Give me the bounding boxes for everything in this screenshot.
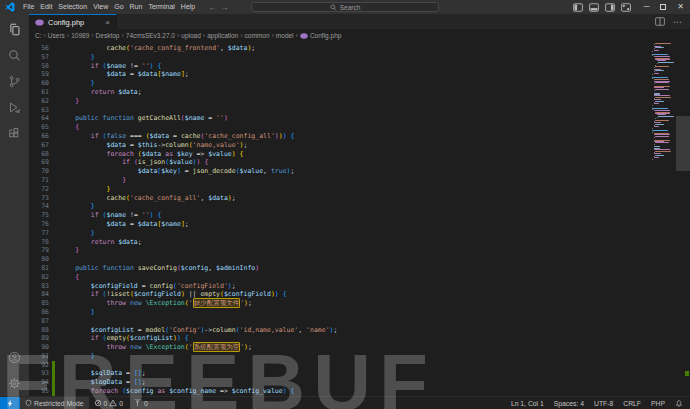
code-line[interactable]: 81 public function saveConfig($config, $… [29, 264, 656, 273]
breadcrumb-item[interactable]: common [244, 32, 271, 39]
menu-item-file[interactable]: File [20, 0, 37, 14]
code-line[interactable]: 88 $configList = model('Config')->column… [29, 326, 656, 335]
breadcrumb-item[interactable]: 74cmsSEv3.27.0 [125, 32, 176, 39]
code-line[interactable]: 56 cache('cache_config_frontend', $data)… [29, 44, 656, 53]
code-line[interactable]: 68 foreach ($data as $key => $value) { [29, 150, 656, 159]
editor-more-actions-icon[interactable]: ⋯ [673, 17, 682, 27]
code-line[interactable]: 85 throw new \Exception('缺少配置项文件'); [29, 299, 656, 308]
minimap-slider[interactable] [676, 116, 690, 171]
code-line[interactable]: 93 $sqlData = []; [29, 369, 656, 378]
code-line[interactable]: 66 if (false === ($data = cache('cache_c… [29, 132, 656, 141]
minimap-line [658, 116, 674, 117]
code-line[interactable]: 67 $data = $this->column('name,value'); [29, 141, 656, 150]
code-line[interactable]: 64 public function getCacheAll($name = '… [29, 114, 656, 123]
menu-item-go[interactable]: Go [111, 0, 126, 14]
maximize-button[interactable] [660, 4, 666, 10]
problems-button[interactable]: 0 0 [89, 397, 129, 409]
minimize-button[interactable]: ─ [644, 0, 650, 14]
ports-button[interactable]: 0 [128, 397, 153, 409]
source-control-icon[interactable] [0, 68, 29, 94]
code-editor[interactable]: 56 cache('cache_config_frontend', $data)… [29, 41, 690, 396]
nav-forward-icon[interactable]: → [220, 3, 232, 12]
menu-item-help[interactable]: Help [178, 0, 198, 14]
menu-item-terminal[interactable]: Terminal [145, 0, 177, 14]
breadcrumb-item[interactable]: Config.php [299, 32, 342, 39]
code-line[interactable]: 62 } [29, 97, 656, 106]
menu-item-view[interactable]: View [90, 0, 111, 14]
code-line[interactable]: 83 $configField = config('configField'); [29, 282, 656, 291]
code-line[interactable]: 95 foreach ($config as $config_name => $… [29, 387, 656, 396]
breadcrumb-item[interactable]: C: [34, 32, 43, 39]
code-line[interactable]: 84 if (!isset($configField) || empty($co… [29, 290, 656, 299]
menu-item-selection[interactable]: Selection [55, 0, 90, 14]
customize-layout-icon[interactable] [621, 3, 631, 12]
code-line[interactable]: 59 $data = $data[$name]; [29, 70, 656, 79]
status-ln-button[interactable]: Ln 1, Col 1 [506, 397, 549, 409]
code-line[interactable]: 57 } [29, 53, 656, 62]
status-php-button[interactable]: PHP [646, 397, 670, 409]
code-line[interactable]: 58 if ($name != '') { [29, 62, 656, 71]
code-text: } [55, 176, 127, 185]
breadcrumb-item[interactable]: model [275, 32, 295, 39]
status-utf-8-button[interactable]: UTF-8 [589, 397, 618, 409]
warnings-count: 0 [119, 400, 123, 407]
breadcrumb-item[interactable]: 10989 [70, 32, 90, 39]
code-line[interactable]: 61 return $data; [29, 88, 656, 97]
code-line[interactable]: 74 } [29, 202, 656, 211]
code-line[interactable]: 78 return $data; [29, 238, 656, 247]
code-line[interactable]: 87 [29, 317, 656, 326]
nav-back-icon[interactable]: ←→ [208, 3, 232, 12]
code-line[interactable]: 70 $data[$key] = json_decode($value, tru… [29, 167, 656, 176]
tab-config-php[interactable]: Config.php × [29, 14, 117, 29]
code-line[interactable]: 63 [29, 106, 656, 115]
code-line[interactable]: 73 cache('cache_config_all', $data); [29, 194, 656, 203]
explorer-icon[interactable] [0, 16, 29, 42]
code-line[interactable]: 60 } [29, 79, 656, 88]
code-line[interactable]: 76 $data = $data[$name]; [29, 220, 656, 229]
toggle-sidebar-icon[interactable] [573, 3, 583, 12]
code-line[interactable]: 79 } [29, 246, 656, 255]
split-editor-icon[interactable] [655, 17, 665, 26]
code-line[interactable]: 89 if (empty($configList)) { [29, 334, 656, 343]
breadcrumb-item[interactable]: application [206, 32, 239, 39]
menu-item-edit[interactable]: Edit [37, 0, 55, 14]
code-line[interactable]: 90 throw new \Exception('系统配置项为空'); [29, 343, 656, 352]
code-line[interactable]: 91 } [29, 352, 656, 361]
code-line[interactable]: 92 [29, 361, 656, 370]
minimap[interactable] [651, 43, 669, 161]
breadcrumb-item[interactable]: upload [180, 32, 202, 39]
toggle-panel-icon[interactable] [589, 3, 599, 12]
extensions-icon[interactable] [0, 120, 29, 146]
breadcrumb-item[interactable]: Users [47, 32, 66, 39]
account-icon[interactable] [0, 344, 29, 370]
code-line[interactable]: 75 if ($name != '') { [29, 211, 656, 220]
code-line[interactable]: 71 } [29, 176, 656, 185]
code-line[interactable]: 77 } [29, 229, 656, 238]
breadcrumb-item[interactable]: Desktop [95, 32, 121, 39]
tab-close-icon[interactable]: × [105, 18, 110, 27]
remote-indicator-button[interactable] [0, 397, 20, 409]
search-sidebar-icon[interactable] [0, 42, 29, 68]
search-input[interactable]: Search [251, 2, 439, 12]
code-line[interactable]: 82 { [29, 273, 656, 282]
code-line[interactable]: 86 } [29, 308, 656, 317]
menu-item-run[interactable]: Run [127, 0, 146, 14]
code-line[interactable]: 72 } [29, 185, 656, 194]
code-area[interactable]: 56 cache('cache_config_frontend', $data)… [29, 44, 656, 396]
minimap-line [655, 97, 671, 98]
code-line[interactable]: 65 { [29, 123, 656, 132]
settings-gear-icon[interactable] [0, 370, 29, 396]
notifications-bell-button[interactable] [670, 397, 690, 409]
close-window-button[interactable]: ✕ [677, 0, 684, 14]
code-text: { [55, 123, 80, 132]
code-line[interactable]: 94 $logData = []; [29, 378, 656, 387]
restricted-mode-button[interactable]: Restricted Mode [20, 397, 89, 409]
status-spaces-button[interactable]: Spaces: 4 [549, 397, 589, 409]
status-crlf-button[interactable]: CRLF [618, 397, 646, 409]
remote-icon [6, 399, 14, 408]
run-and-debug-icon[interactable] [0, 94, 29, 120]
minimap-line [652, 77, 668, 78]
toggle-secondary-sidebar-icon[interactable] [605, 3, 615, 12]
code-line[interactable]: 69 if (is_json($value)) { [29, 158, 656, 167]
code-line[interactable]: 80 [29, 255, 656, 264]
